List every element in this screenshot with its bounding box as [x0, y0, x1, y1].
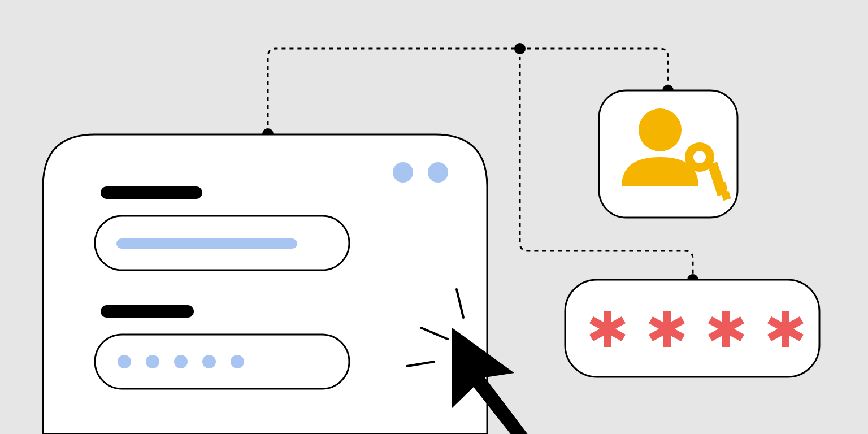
password-pill [565, 280, 819, 377]
diagram-svg [0, 0, 868, 434]
svg-point-3 [202, 355, 216, 368]
svg-rect-8 [599, 90, 737, 218]
svg-point-2 [174, 355, 188, 368]
svg-point-11 [693, 151, 706, 163]
window-dot-icon [393, 162, 413, 183]
svg-point-9 [639, 108, 682, 151]
text-input-value-icon [116, 238, 297, 249]
diagram-stage [0, 0, 868, 434]
window-dot-icon [428, 162, 448, 183]
node-branch [514, 43, 526, 54]
password-input[interactable] [95, 335, 349, 389]
account-tile [599, 90, 737, 218]
login-card [43, 134, 487, 434]
svg-point-0 [118, 355, 131, 368]
svg-point-1 [146, 355, 159, 368]
svg-point-4 [231, 355, 244, 368]
field-label-icon [101, 186, 202, 199]
field-label-icon [101, 305, 194, 318]
